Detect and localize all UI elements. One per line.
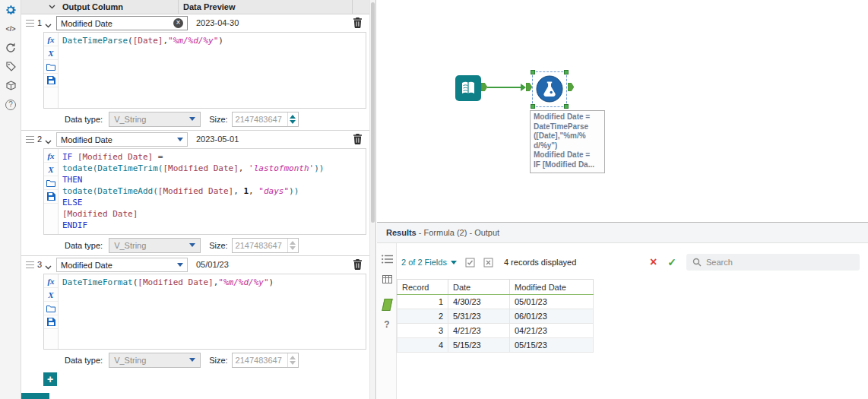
drag-handle-icon[interactable] [26, 20, 34, 27]
data-preview-header: Data Preview [179, 2, 352, 11]
folder-icon[interactable] [44, 302, 58, 315]
output-column-select[interactable]: Modified Date [56, 132, 188, 147]
workflow-canvas[interactable]: Modified Date = DateTimeParse ([Date],"%… [377, 0, 868, 222]
output-anchor-icon[interactable] [481, 83, 487, 93]
package-icon[interactable] [0, 76, 21, 95]
table-header-row: RecordDateModified Date [398, 280, 594, 295]
filter-true-icon[interactable]: ✓ [667, 257, 676, 268]
results-table: RecordDateModified Date 14/30/2305/01/23… [397, 279, 594, 353]
functions-icon[interactable]: fx [44, 274, 58, 288]
table-row[interactable]: 45/15/2305/15/23 [398, 338, 594, 353]
deselect-all-icon[interactable] [483, 258, 493, 268]
fields-filter-dropdown[interactable]: 2 of 2 Fields [401, 258, 457, 267]
metadata-list-icon[interactable] [377, 249, 397, 269]
column-header[interactable]: Modified Date [510, 280, 594, 295]
output-anchor-tab-icon[interactable] [377, 295, 397, 315]
output-column-input[interactable]: Modified Date × [56, 16, 188, 30]
records-summary: 4 records displayed [504, 258, 576, 267]
results-subtitle: - Formula (2) - Output [417, 228, 499, 237]
functions-icon[interactable]: fx [44, 149, 58, 163]
save-icon[interactable] [44, 315, 58, 329]
chevron-down-icon [177, 138, 183, 141]
size-input[interactable]: 2147483647 [232, 112, 299, 127]
search-input[interactable] [706, 258, 843, 267]
resize-handle[interactable] [564, 104, 569, 109]
formula-tool[interactable] [536, 75, 563, 104]
folder-icon[interactable] [44, 176, 58, 190]
input-anchor-icon[interactable] [526, 83, 532, 93]
search-icon [692, 258, 702, 267]
column-header[interactable]: Record [398, 280, 448, 295]
columns-icon[interactable]: X [44, 163, 58, 176]
save-icon[interactable] [44, 74, 58, 87]
size-stepper[interactable] [287, 112, 298, 126]
output-column-select[interactable]: Modified Date [56, 258, 188, 272]
input-data-tool[interactable] [455, 75, 481, 103]
functions-icon[interactable]: fx [44, 33, 58, 46]
table-row[interactable]: 25/31/2306/01/23 [398, 309, 594, 324]
resize-handle[interactable] [531, 70, 535, 74]
drag-handle-icon[interactable] [26, 261, 34, 268]
resize-handle[interactable] [531, 104, 535, 109]
output-anchor-icon[interactable] [568, 83, 574, 93]
scrollbar-thumb[interactable] [371, 2, 375, 223]
add-expression-button[interactable]: + [43, 372, 57, 386]
clear-icon[interactable]: × [173, 18, 183, 28]
config-scrollbar[interactable] [369, 0, 375, 399]
columns-icon[interactable]: X [44, 288, 58, 302]
table-cell: 2 [398, 309, 448, 324]
delete-expression-button[interactable] [353, 134, 363, 146]
chevron-down-icon[interactable] [45, 262, 52, 271]
table-row[interactable]: 14/30/2305/01/23 [398, 295, 594, 309]
output-column-header: Output Column [58, 2, 178, 11]
collapse-all-chevron-icon[interactable] [46, 5, 58, 9]
filter-false-icon[interactable]: × [650, 256, 657, 268]
size-stepper[interactable] [287, 239, 298, 252]
size-label: Size: [209, 356, 227, 365]
gear-icon[interactable] [0, 0, 21, 19]
drag-handle-icon[interactable] [26, 136, 34, 143]
columns-icon[interactable]: X [44, 46, 58, 60]
size-input[interactable]: 2147483647 [232, 353, 299, 368]
refresh-icon[interactable] [0, 38, 21, 57]
delete-expression-button[interactable] [353, 17, 363, 30]
size-value: 2147483647 [233, 115, 287, 124]
chevron-down-icon [189, 117, 195, 121]
app-side-toolbar: </> ? [0, 0, 21, 399]
resize-handle[interactable] [564, 70, 569, 74]
tool-annotation[interactable]: Modified Date = DateTimeParse ([Date],"%… [530, 110, 605, 173]
size-stepper[interactable] [287, 353, 298, 367]
expression-code[interactable]: DateTimeFormat([Modified Date],"%m/%d/%y… [59, 274, 366, 349]
expression-block: 1 Modified Date × 2023-04-30 fx X [21, 14, 369, 129]
help-icon[interactable]: ? [0, 95, 21, 114]
alteryx-designer-window: </> ? Output Column Data Preview [0, 0, 868, 399]
expression-code[interactable]: IF [Modified Date] =todate(DateTimeTrim(… [59, 149, 366, 234]
data-grid-icon[interactable] [377, 269, 397, 289]
data-type-value: V_String [114, 356, 146, 365]
chevron-down-icon[interactable] [45, 137, 52, 146]
data-type-select[interactable]: V_String [109, 353, 201, 368]
data-type-label: Data type: [65, 241, 103, 250]
connection-wire[interactable] [487, 87, 521, 88]
size-input[interactable]: 2147483647 [232, 238, 299, 253]
expression-footer: Data type: V_String Size: 2147483647 [43, 350, 366, 370]
delete-expression-button[interactable] [353, 259, 363, 271]
editor-icon-rail: fx X [44, 274, 59, 349]
table-row[interactable]: 34/21/2304/21/23 [398, 324, 594, 338]
expression-number: 1 [35, 18, 44, 27]
chevron-down-icon[interactable] [45, 21, 52, 30]
data-type-select[interactable]: V_String [109, 112, 201, 127]
data-type-select[interactable]: V_String [109, 238, 201, 253]
results-panel: Results - Formula (2) - Output ? 2 of 2 … [377, 222, 868, 399]
help-icon[interactable]: ? [377, 315, 397, 334]
save-icon[interactable] [44, 190, 58, 204]
table-cell: 3 [398, 324, 448, 338]
tag-icon[interactable] [0, 57, 21, 76]
size-label: Size: [209, 115, 227, 124]
code-icon[interactable]: </> [0, 19, 21, 38]
select-all-checkbox-icon[interactable] [465, 258, 475, 268]
expression-code[interactable]: DateTimeParse([Date],"%m/%d/%y") [59, 33, 366, 108]
folder-icon[interactable] [44, 60, 58, 74]
search-box[interactable] [686, 254, 860, 271]
column-header[interactable]: Date [448, 280, 510, 295]
